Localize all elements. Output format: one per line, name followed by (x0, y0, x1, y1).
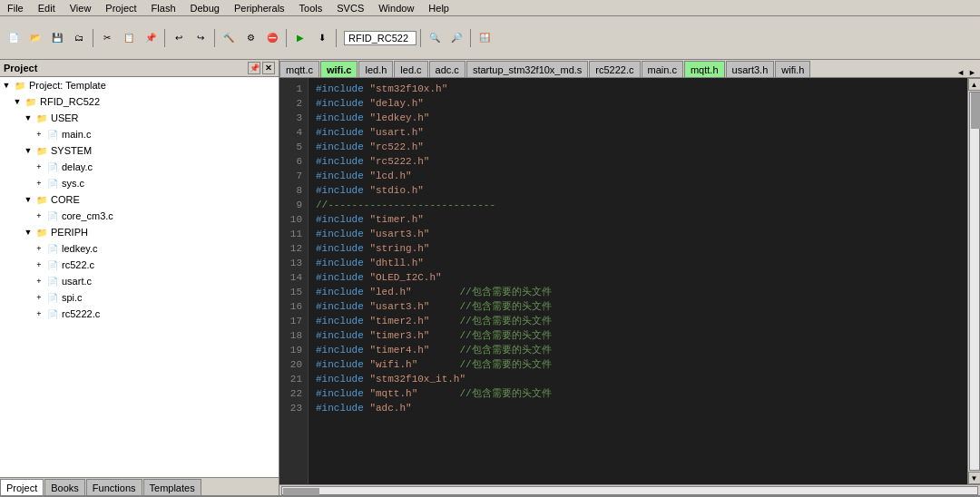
tab-books[interactable]: Books (44, 479, 85, 495)
tab-main-c[interactable]: main.c (642, 61, 683, 77)
scroll-up-arrow[interactable]: ▲ (968, 78, 981, 91)
build-button[interactable]: 🔨 (219, 28, 239, 48)
tab-led-h[interactable]: led.h (358, 61, 393, 77)
menu-debug[interactable]: Debug (183, 3, 227, 14)
menu-help[interactable]: Help (421, 3, 456, 14)
tree-rfid-rc522[interactable]: ▼ 📁 RFID_RC522 (0, 93, 279, 110)
scroll-thumb[interactable] (971, 93, 980, 129)
save-button[interactable]: 💾 (47, 28, 67, 48)
tree-main-c[interactable]: + 📄 main.c (0, 126, 279, 142)
menu-bar: File Edit View Project Flash Debug Perip… (0, 0, 980, 16)
rebuild-button[interactable]: ⚙ (240, 28, 260, 48)
window-button[interactable]: 🪟 (475, 28, 495, 48)
expand-icon: ▼ (11, 97, 24, 106)
toolbar: 📄 📂 💾 🗂 ✂ 📋 📌 ↩ ↪ 🔨 ⚙ ⛔ ▶ ⬇ RFID_RC522 🔍… (0, 16, 980, 60)
copy-button[interactable]: 📋 (119, 28, 139, 48)
tree-ledkey-c[interactable]: + 📄 ledkey.c (0, 240, 279, 257)
menu-window[interactable]: Window (371, 3, 421, 14)
tab-scroll-left[interactable]: ◄ (955, 68, 966, 77)
tree-delay-c[interactable]: + 📄 delay.c (0, 159, 279, 175)
toolbar-sep-5 (336, 29, 337, 47)
paste-button[interactable]: 📌 (141, 28, 161, 48)
tree-sys-c[interactable]: + 📄 sys.c (0, 175, 279, 191)
cut-button[interactable]: ✂ (97, 28, 117, 48)
tab-mqtt-h[interactable]: mqtt.h (684, 61, 725, 77)
editor-tab-bar: mqtt.c wifi.c led.h led.c adc.c startup_… (279, 60, 980, 78)
tab-project[interactable]: Project (0, 479, 44, 495)
expand-icon: + (33, 162, 45, 171)
c-file-icon: 📄 (45, 307, 60, 321)
code-editor[interactable]: 12345 678910 1112131415 1617181920 21222… (279, 78, 980, 484)
tab-startup[interactable]: startup_stm32f10x_md.s (466, 61, 588, 77)
main-layout: Project 📌 ✕ ▼ 📁 Project: Template ▼ 📁 RF… (0, 60, 980, 495)
download-button[interactable]: ⬇ (312, 28, 332, 48)
menu-edit[interactable]: Edit (31, 3, 63, 14)
tree-project-root[interactable]: ▼ 📁 Project: Template (0, 77, 279, 93)
c-file-icon: 📄 (45, 127, 60, 141)
tree-usart-c[interactable]: + 📄 usart.c (0, 273, 279, 289)
expand-icon: ▼ (22, 228, 34, 237)
project-panel: Project 📌 ✕ ▼ 📁 Project: Template ▼ 📁 RF… (0, 60, 279, 495)
tab-bar-right: ◄ ► (955, 68, 980, 77)
toolbar-sep-3 (214, 29, 215, 47)
redo-button[interactable]: ↪ (191, 28, 211, 48)
open-button[interactable]: 📂 (25, 28, 45, 48)
save-all-button[interactable]: 🗂 (69, 28, 89, 48)
tab-wifi-c[interactable]: wifi.c (320, 61, 358, 77)
undo-button[interactable]: ↩ (169, 28, 189, 48)
line-numbers: 12345 678910 1112131415 1617181920 21222… (279, 78, 309, 484)
tab-scroll-right[interactable]: ► (966, 68, 978, 77)
tab-rc5222-c[interactable]: rc5222.c (589, 61, 640, 77)
c-file-icon: 📄 (45, 274, 60, 288)
scroll-down-arrow[interactable]: ▼ (968, 472, 981, 484)
tree-core-cm3-c[interactable]: + 📄 core_cm3.c (0, 208, 279, 224)
scroll-track[interactable] (969, 92, 980, 471)
h-scroll-track[interactable] (281, 486, 978, 495)
expand-icon: + (33, 260, 45, 269)
tree-user-folder[interactable]: ▼ 📁 USER (0, 110, 279, 126)
new-file-button[interactable]: 📄 (4, 28, 24, 48)
tree-label: core_cm3.c (62, 210, 113, 221)
h-scroll-thumb[interactable] (283, 488, 319, 495)
tree-rc522-c[interactable]: + 📄 rc522.c (0, 257, 279, 273)
toolbar-sep-2 (164, 29, 165, 47)
menu-peripherals[interactable]: Peripherals (227, 3, 292, 14)
folder-icon: 📁 (24, 94, 38, 109)
menu-view[interactable]: View (63, 3, 99, 14)
toolbar-sep-4 (286, 29, 287, 47)
code-content[interactable]: #include "stm32f10x.h" #include "delay.h… (309, 78, 967, 484)
editor-horizontal-scrollbar[interactable] (279, 484, 980, 495)
panel-close-button[interactable]: ✕ (262, 62, 275, 74)
tab-templates[interactable]: Templates (143, 479, 201, 495)
c-file-icon: 📄 (45, 290, 60, 305)
tree-spi-c[interactable]: + 📄 spi.c (0, 289, 279, 306)
tree-core-folder[interactable]: ▼ 📁 CORE (0, 191, 279, 208)
tab-adc-c[interactable]: adc.c (429, 61, 466, 77)
tree-system-folder[interactable]: ▼ 📁 SYSTEM (0, 142, 279, 159)
tree-label: SYSTEM (51, 145, 92, 156)
tree-label: Project: Template (29, 80, 106, 91)
menu-project[interactable]: Project (98, 3, 143, 14)
tree-rc5222-c[interactable]: + 📄 rc5222.c (0, 306, 279, 322)
tree-periph-folder[interactable]: ▼ 📁 PERIPH (0, 224, 279, 240)
expand-icon: ▼ (22, 195, 34, 204)
tree-label: sys.c (62, 178, 84, 189)
menu-tools[interactable]: Tools (292, 3, 330, 14)
menu-svcs[interactable]: SVCS (329, 3, 371, 14)
tab-usart3-h[interactable]: usart3.h (726, 61, 775, 77)
panel-pin-button[interactable]: 📌 (248, 62, 260, 74)
stop-build-button[interactable]: ⛔ (262, 28, 282, 48)
menu-flash[interactable]: Flash (144, 3, 183, 14)
tree-label: CORE (51, 194, 80, 205)
debug-button[interactable]: ▶ (290, 28, 310, 48)
tab-wifi-h[interactable]: wifi.h (775, 61, 810, 77)
toolbar-sep-6 (420, 29, 421, 47)
find-button[interactable]: 🔍 (425, 28, 445, 48)
zoom-in-button[interactable]: 🔎 (446, 28, 466, 48)
menu-file[interactable]: File (0, 3, 31, 14)
editor-vertical-scrollbar[interactable]: ▲ ▼ (967, 78, 980, 484)
tab-functions[interactable]: Functions (86, 479, 142, 495)
tab-mqtt-c[interactable]: mqtt.c (279, 61, 319, 77)
tab-led-c[interactable]: led.c (394, 61, 427, 77)
project-panel-header: Project 📌 ✕ (0, 60, 279, 77)
